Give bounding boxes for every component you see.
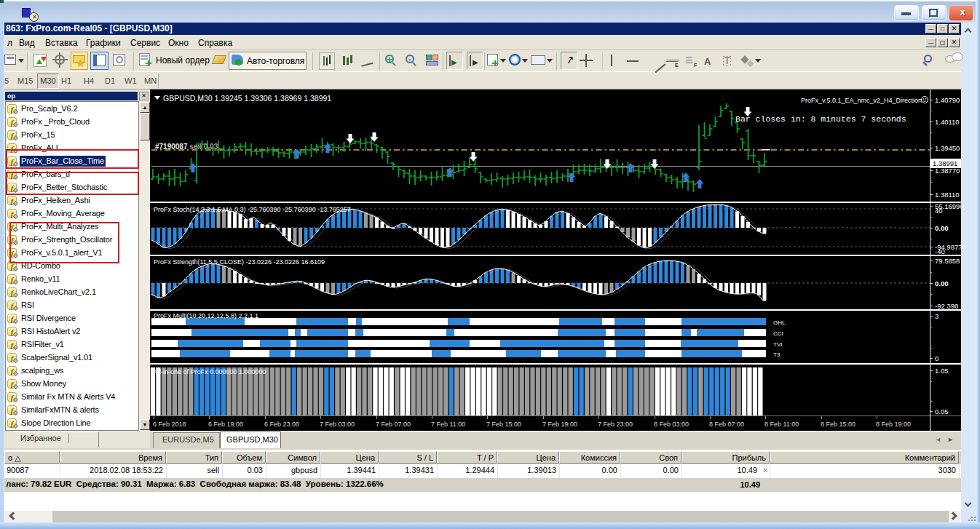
- svg-text:0.05: 0.05: [935, 407, 949, 415]
- svg-text:1.39450: 1.39450: [935, 144, 960, 152]
- svg-text:ProFx Stoch(14,3,3,1,5,MA,0.3): ProFx Stoch(14,3,3,1,5,MA,0.3) -25.76039…: [154, 206, 351, 213]
- svg-text:1.40790: 1.40790: [935, 96, 960, 104]
- svg-text:ProFx_v.5.0.1_EA_nmc_v2_H4_Dir: ProFx_v.5.0.1_EA_nmc_v2_H4_Direction: [801, 97, 922, 104]
- svg-text:1.38110: 1.38110: [935, 191, 960, 199]
- svg-text:#7190087 sell 0.03: #7190087 sell 0.03: [155, 143, 218, 151]
- svg-text:TVI: TVI: [773, 341, 782, 348]
- svg-text:-92.398: -92.398: [935, 302, 958, 310]
- svg-text:7 Feb 19:00: 7 Feb 19:00: [542, 421, 577, 428]
- svg-text:GHL: GHL: [773, 319, 786, 326]
- svg-text:8 Feb 19:00: 8 Feb 19:00: [876, 421, 911, 428]
- svg-text:40: 40: [935, 207, 943, 215]
- svg-text:7 Feb 23:00: 7 Feb 23:00: [598, 421, 633, 428]
- svg-text:ProFx Multi(10,20,12,12,5,8) 2: ProFx Multi(10,20,12,12,5,8) 2,2,1,1: [154, 312, 258, 319]
- svg-text:GBPUSD,M30 1.39245 1.39306 1.: GBPUSD,M30 1.39245 1.39306 1.38969 1.389…: [163, 94, 331, 103]
- svg-text:1.05: 1.05: [935, 367, 949, 375]
- svg-text:Bar closes in: 8 minutes 7 sec: Bar closes in: 8 minutes 7 seconds: [735, 114, 906, 124]
- svg-text:7 Feb 03:00: 7 Feb 03:00: [320, 421, 355, 428]
- svg-text:6 Feb 19:00: 6 Feb 19:00: [208, 421, 243, 428]
- svg-text:79.5858: 79.5858: [935, 257, 960, 265]
- svg-text:7 Feb 07:00: 7 Feb 07:00: [376, 421, 411, 428]
- svg-text:All-in-one of ProFx 0.000000 1: All-in-one of ProFx 0.000000 1.000000: [154, 368, 266, 375]
- svg-text:6 Feb 2018: 6 Feb 2018: [153, 421, 186, 428]
- svg-text:0.00: 0.00: [935, 224, 949, 232]
- svg-text:8 Feb 11:00: 8 Feb 11:00: [764, 421, 799, 428]
- svg-text:ProFx Strength(11,5,5,CLOSE) -: ProFx Strength(11,5,5,CLOSE) -23.0226 -2…: [154, 258, 325, 266]
- svg-text:8 Feb 03:00: 8 Feb 03:00: [654, 421, 689, 428]
- svg-text:8 Feb 15:00: 8 Feb 15:00: [821, 421, 855, 428]
- svg-text:1.38991: 1.38991: [933, 159, 957, 167]
- svg-text:1.40110: 1.40110: [935, 118, 960, 126]
- svg-text:8 Feb 07:00: 8 Feb 07:00: [709, 421, 744, 428]
- svg-text:7 Feb 11:00: 7 Feb 11:00: [431, 421, 465, 428]
- svg-text:3: 3: [935, 312, 938, 320]
- svg-text:-40: -40: [935, 247, 945, 255]
- svg-text:0.00: 0.00: [935, 279, 949, 287]
- svg-text:7 Feb 15:00: 7 Feb 15:00: [486, 421, 521, 428]
- svg-text:0: 0: [935, 354, 938, 362]
- svg-text:6 Feb 23:00: 6 Feb 23:00: [264, 421, 299, 428]
- svg-text:CCI: CCI: [773, 330, 783, 337]
- svg-text:T3: T3: [773, 351, 781, 358]
